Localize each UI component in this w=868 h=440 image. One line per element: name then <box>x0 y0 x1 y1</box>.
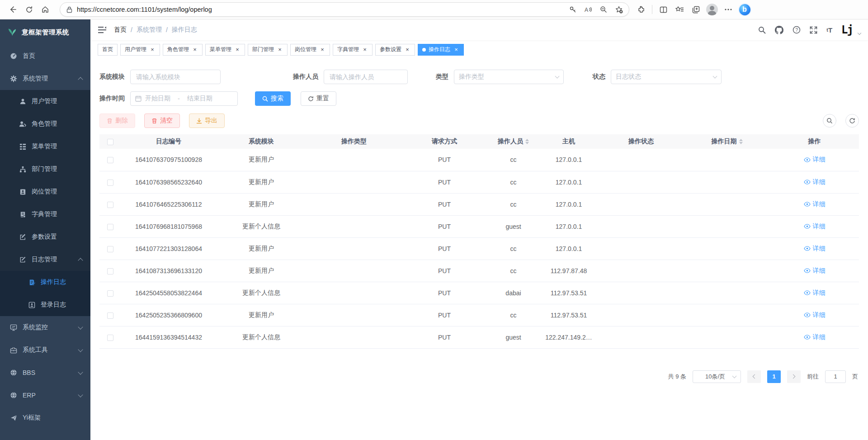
sidebar-item-home[interactable]: 首页 <box>0 45 90 67</box>
sidebar-item-role-management[interactable]: 角色管理 <box>0 113 90 135</box>
sidebar-item-log-management[interactable]: 日志管理 <box>0 248 90 271</box>
collections-icon[interactable] <box>671 2 688 17</box>
clear-button[interactable]: 清空 <box>144 114 180 128</box>
tab-menu-management[interactable]: 菜单管理× <box>205 44 245 56</box>
delete-button[interactable]: 删除 <box>99 114 135 128</box>
type-select[interactable]: 操作类型 <box>454 70 564 84</box>
sidebar-item-menu-management[interactable]: 菜单管理 <box>0 135 90 158</box>
date-range-picker[interactable]: 开始日期 - 结束日期 <box>130 91 238 106</box>
favorites-add-icon[interactable] <box>612 3 626 16</box>
back-icon[interactable] <box>5 2 21 17</box>
search-button[interactable]: 搜索 <box>255 91 291 106</box>
row-checkbox[interactable] <box>107 268 113 274</box>
row-checkbox[interactable] <box>107 157 113 163</box>
settings-more-icon[interactable] <box>720 2 736 17</box>
detail-link[interactable]: 详细 <box>804 222 826 231</box>
row-checkbox[interactable] <box>107 312 113 319</box>
sidebar-item-system-tools[interactable]: 系统工具 <box>0 339 90 361</box>
home-icon[interactable] <box>37 2 53 17</box>
close-icon[interactable]: × <box>404 47 410 53</box>
extensions-icon[interactable] <box>633 2 649 17</box>
split-screen-icon[interactable] <box>655 2 671 17</box>
status-select-placeholder: 日志状态 <box>616 73 641 81</box>
tab-actions-icon[interactable] <box>688 2 704 17</box>
tab-dictionary-management[interactable]: 字典管理× <box>333 44 373 56</box>
tab-department-management[interactable]: 部门管理× <box>248 44 288 56</box>
detail-link[interactable]: 详细 <box>804 245 826 253</box>
app-logo[interactable]: 意框架管理系统 <box>0 19 90 45</box>
sidebar-collapse-icon[interactable] <box>98 26 107 34</box>
github-icon[interactable] <box>775 26 783 34</box>
sidebar-item-post-management[interactable]: 岗位管理 <box>0 180 90 203</box>
sidebar-item-login-log[interactable]: 登录日志 <box>0 293 90 316</box>
tab-parameter-settings[interactable]: 参数设置× <box>375 44 415 56</box>
breadcrumb-home[interactable]: 首页 <box>114 26 127 34</box>
page-size-select[interactable]: 10条/页 <box>693 370 741 383</box>
header-search-icon[interactable] <box>758 26 766 34</box>
row-checkbox[interactable] <box>107 224 113 230</box>
refresh-icon[interactable] <box>21 2 37 17</box>
tab-role-management[interactable]: 角色管理× <box>163 44 203 56</box>
reset-button[interactable]: 重置 <box>301 91 336 106</box>
sidebar-item-parameter-settings[interactable]: 参数设置 <box>0 226 90 248</box>
goto-page-input[interactable] <box>825 370 846 383</box>
sidebar-item-user-management[interactable]: 用户管理 <box>0 90 90 113</box>
module-input[interactable] <box>130 70 221 84</box>
row-checkbox[interactable] <box>107 180 113 186</box>
row-checkbox[interactable] <box>107 335 113 341</box>
close-icon[interactable]: × <box>277 47 283 53</box>
breadcrumb-system[interactable]: 系统管理 <box>137 26 162 34</box>
sidebar-item-bbs[interactable]: BBS <box>0 361 90 384</box>
operator-input[interactable] <box>324 70 408 84</box>
tab-operation-log[interactable]: 操作日志× <box>418 44 464 56</box>
status-select[interactable]: 日志状态 <box>611 70 722 84</box>
read-aloud-icon[interactable]: A <box>581 3 595 16</box>
sidebar-item-system-management[interactable]: 系统管理 <box>0 67 90 90</box>
close-icon[interactable]: × <box>234 47 241 53</box>
sort-control[interactable] <box>739 139 743 144</box>
detail-link[interactable]: 详细 <box>804 333 826 341</box>
font-size-icon[interactable]: tT <box>826 26 832 34</box>
sidebar-item-erp[interactable]: ERP <box>0 384 90 407</box>
tab-user-management[interactable]: 用户管理× <box>120 44 160 56</box>
close-icon[interactable]: × <box>192 47 198 53</box>
copilot-icon[interactable]: b <box>736 2 753 17</box>
toggle-search-button[interactable] <box>823 114 836 128</box>
dropdown-caret-icon[interactable] <box>858 31 861 35</box>
detail-link[interactable]: 详细 <box>804 311 826 319</box>
tab-home[interactable]: 首页 <box>98 44 118 56</box>
refresh-table-button[interactable] <box>845 114 859 128</box>
next-page-button[interactable] <box>787 370 801 383</box>
close-icon[interactable]: × <box>319 47 326 53</box>
close-icon[interactable]: × <box>149 47 156 53</box>
detail-link[interactable]: 详细 <box>804 200 826 208</box>
sidebar-item-yi-framework[interactable]: Yi框架 <box>0 407 90 429</box>
close-icon[interactable]: × <box>453 47 459 53</box>
password-key-icon[interactable] <box>566 3 580 16</box>
eye-icon <box>804 202 811 207</box>
sort-control[interactable] <box>525 139 529 144</box>
framework-logo[interactable]: Lj <box>841 24 853 35</box>
row-checkbox[interactable] <box>107 290 113 297</box>
profile-avatar[interactable] <box>704 2 720 17</box>
detail-link[interactable]: 详细 <box>804 178 826 186</box>
tab-post-management[interactable]: 岗位管理× <box>290 44 330 56</box>
row-checkbox[interactable] <box>107 246 113 252</box>
address-bar[interactable]: https://ccnetcore.com:1101/system/log/op… <box>60 2 629 17</box>
export-button[interactable]: 导出 <box>189 114 225 128</box>
detail-link[interactable]: 详细 <box>804 156 826 164</box>
help-icon[interactable]: ? <box>793 26 801 34</box>
sidebar-item-department-management[interactable]: 部门管理 <box>0 158 90 180</box>
detail-link[interactable]: 详细 <box>804 267 826 275</box>
zoom-out-icon[interactable] <box>596 3 611 16</box>
sidebar-item-system-monitor[interactable]: 系统监控 <box>0 316 90 339</box>
row-checkbox[interactable] <box>107 202 113 208</box>
sidebar-item-dictionary-management[interactable]: 字典管理 <box>0 203 90 226</box>
prev-page-button[interactable] <box>747 370 761 383</box>
close-icon[interactable]: × <box>362 47 368 53</box>
page-number-1[interactable]: 1 <box>767 370 781 383</box>
sidebar-item-operation-log[interactable]: 操作日志 <box>0 271 90 293</box>
detail-link[interactable]: 详细 <box>804 289 826 297</box>
fullscreen-icon[interactable] <box>810 26 817 34</box>
select-all-checkbox[interactable] <box>107 139 113 145</box>
